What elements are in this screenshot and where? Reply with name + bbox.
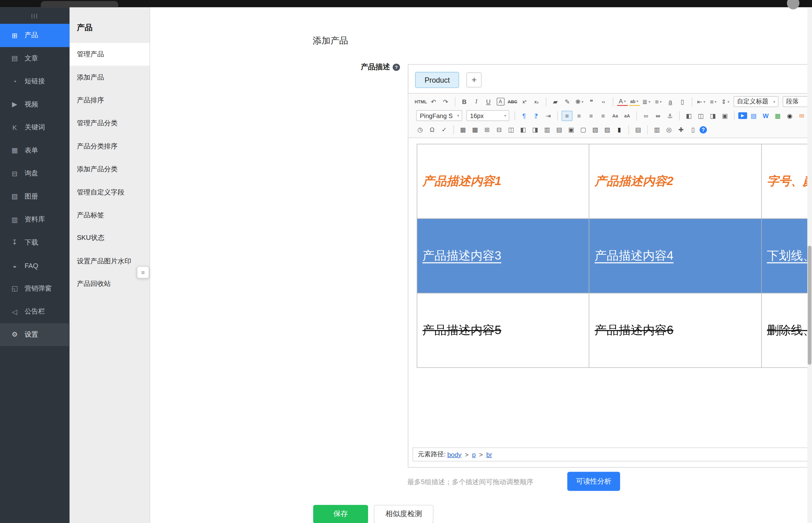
rtl-paragraph-icon[interactable]: ¶ bbox=[531, 111, 542, 121]
merge-down-icon[interactable]: ▤ bbox=[554, 124, 565, 135]
insert-column-icon[interactable]: ◫ bbox=[506, 124, 517, 135]
sidebar-item-5[interactable]: K关键词 bbox=[0, 116, 70, 139]
auto-typeset-icon[interactable]: ❋▾ bbox=[574, 96, 585, 107]
table-border-icon[interactable]: ▨ bbox=[602, 124, 613, 135]
submenu-item-7[interactable]: 管理自定义字段 bbox=[70, 181, 150, 203]
split-cell-icon[interactable]: ▣ bbox=[566, 124, 576, 135]
description-table-cell[interactable]: 下划线、背景色 bbox=[761, 219, 812, 293]
source-html-icon[interactable]: HTML bbox=[414, 96, 427, 107]
sort-table-icon[interactable]: ▮ bbox=[614, 124, 625, 135]
sidebar-item-11[interactable]: ◒FAQ bbox=[0, 254, 70, 277]
image-center-icon[interactable]: ◫ bbox=[695, 111, 706, 121]
submenu-collapse-handle[interactable]: ≡ bbox=[137, 267, 149, 278]
element-path-link[interactable]: br bbox=[486, 451, 492, 458]
paste-icon[interactable]: ▯ bbox=[688, 124, 698, 135]
editor-content-area[interactable]: 产品描述内容1产品描述内容2字号、颜色、加粗、斜体产品描述内容3产品描述内容4下… bbox=[408, 138, 812, 428]
to-uppercase-icon[interactable]: Aa bbox=[610, 111, 621, 121]
align-justify-icon[interactable]: ≡ bbox=[598, 111, 608, 121]
custom-heading-select[interactable]: 自定义标题▾ bbox=[733, 96, 778, 107]
attachment-icon[interactable]: ▤ bbox=[748, 111, 759, 121]
spell-check-icon[interactable]: ✓ bbox=[438, 124, 450, 135]
help-icon[interactable]: ? bbox=[393, 64, 400, 71]
delete-column-icon[interactable]: ◧ bbox=[518, 124, 529, 135]
submenu-item-8[interactable]: 产品标签 bbox=[70, 203, 150, 227]
description-table-cell[interactable]: 删除线、行间距 bbox=[761, 293, 812, 368]
sidebar-item-4[interactable]: ▶视频 bbox=[0, 93, 70, 116]
strikethrough-icon[interactable]: ABC bbox=[507, 96, 518, 107]
description-table-cell[interactable]: 产品描述内容5 bbox=[417, 293, 589, 368]
scrollbar-thumb[interactable] bbox=[808, 246, 812, 365]
print-icon[interactable]: ▥ bbox=[652, 124, 662, 135]
align-left-icon[interactable]: ≡ bbox=[562, 111, 572, 121]
unordered-list-icon[interactable]: ≡▾ bbox=[653, 96, 664, 107]
undo-icon[interactable]: ↶ bbox=[428, 96, 439, 107]
editor-tab-product[interactable]: Product bbox=[415, 72, 459, 88]
superscript-icon[interactable]: x² bbox=[519, 96, 530, 107]
image-inline-icon[interactable]: ▣ bbox=[720, 111, 730, 121]
add-description-tab-button[interactable]: + bbox=[467, 72, 482, 87]
align-center-icon[interactable]: ≡ bbox=[573, 111, 584, 121]
save-button[interactable]: 保存 bbox=[313, 505, 368, 523]
search-replace-icon[interactable]: ✚ bbox=[676, 124, 687, 135]
similarity-check-button[interactable]: 相似度检测 bbox=[374, 505, 433, 523]
submenu-item-9[interactable]: SKU状态 bbox=[70, 227, 150, 250]
blockquote-icon[interactable]: ❝ bbox=[586, 96, 597, 107]
description-table-cell[interactable]: 产品描述内容3 bbox=[417, 219, 589, 293]
sidebar-item-9[interactable]: ▥资料库 bbox=[0, 208, 70, 231]
submenu-item-2[interactable]: 添加产品 bbox=[70, 66, 150, 89]
sidebar-item-2[interactable]: ▤文章 bbox=[0, 47, 70, 70]
word-image-icon[interactable]: W bbox=[760, 111, 771, 121]
element-path-link[interactable]: body bbox=[447, 451, 462, 458]
insert-image-icon[interactable]: ▦ bbox=[772, 111, 783, 121]
subscript-icon[interactable]: x₂ bbox=[531, 96, 542, 107]
merge-right-icon[interactable]: ▥ bbox=[542, 124, 553, 135]
element-path-link[interactable]: p bbox=[472, 451, 476, 458]
description-table-cell[interactable]: 产品描述内容2 bbox=[589, 144, 761, 219]
submenu-item-4[interactable]: 管理产品分类 bbox=[70, 112, 150, 135]
scene-mail-icon[interactable]: ✉ bbox=[796, 111, 807, 121]
image-float-left-icon[interactable]: ◧ bbox=[684, 111, 694, 121]
ltr-paragraph-icon[interactable]: ¶ bbox=[519, 111, 530, 121]
insert-video-icon[interactable]: ▶ bbox=[738, 112, 747, 119]
underline-icon[interactable]: U bbox=[483, 96, 494, 107]
description-table-cell[interactable]: 产品描述内容6 bbox=[589, 293, 761, 368]
preview-icon[interactable]: ◎ bbox=[663, 124, 674, 135]
sidebar-item-3[interactable]: ◔短链接 bbox=[0, 70, 70, 93]
indent-dropdown-icon[interactable]: ⇤▾ bbox=[696, 96, 707, 107]
format-painter-icon[interactable]: ✎ bbox=[562, 96, 573, 107]
merge-cells-icon[interactable]: ◨ bbox=[530, 124, 540, 135]
insert-time-icon[interactable]: ◷ bbox=[414, 124, 426, 135]
line-height-dropdown-icon[interactable]: ⇕▾ bbox=[720, 96, 731, 107]
browser-tab[interactable] bbox=[41, 1, 118, 7]
sidebar-item-8[interactable]: ▧图册 bbox=[0, 185, 70, 208]
sidebar-item-6[interactable]: ▦表单 bbox=[0, 139, 70, 162]
indent-icon[interactable]: ⇥ bbox=[543, 111, 554, 121]
to-lowercase-icon[interactable]: aA bbox=[622, 111, 633, 121]
sidebar-item-1[interactable]: ⊞产品 bbox=[0, 24, 70, 47]
sidebar-item-12[interactable]: ◱营销弹窗 bbox=[0, 277, 70, 300]
bold-icon[interactable]: B bbox=[459, 96, 470, 107]
background-image-icon[interactable]: ▤ bbox=[633, 124, 644, 135]
font-color-icon[interactable]: A▾ bbox=[617, 97, 628, 106]
image-float-right-icon[interactable]: ◨ bbox=[707, 111, 718, 121]
page-scrollbar[interactable] bbox=[807, 7, 812, 523]
delete-row-icon[interactable]: ⊟ bbox=[494, 124, 504, 135]
font-size-select[interactable]: 16px▾ bbox=[467, 110, 509, 121]
submenu-item-3[interactable]: 产品排序 bbox=[70, 89, 150, 112]
insert-table-icon[interactable]: ▦ bbox=[457, 124, 468, 135]
auto-link-icon[interactable]: a bbox=[665, 96, 676, 107]
split-row-icon[interactable]: ▢ bbox=[578, 124, 589, 135]
collapse-sidebar-button[interactable]: ||| bbox=[0, 7, 70, 24]
submenu-item-1[interactable]: 管理产品 bbox=[70, 43, 150, 66]
redo-icon[interactable]: ↷ bbox=[440, 96, 451, 107]
description-table-cell[interactable]: 产品描述内容1 bbox=[417, 144, 589, 219]
paper-icon[interactable]: ▯ bbox=[677, 96, 688, 107]
sidebar-item-10[interactable]: ↧下载 bbox=[0, 231, 70, 254]
unlink-icon[interactable]: ∞ bbox=[653, 111, 663, 121]
align-right-icon[interactable]: ≡ bbox=[586, 111, 597, 121]
insert-code-icon[interactable]: ‹› bbox=[598, 96, 609, 107]
screenshot-icon[interactable]: ◉ bbox=[784, 111, 795, 121]
help-icon[interactable]: ? bbox=[699, 126, 707, 133]
font-border-icon[interactable]: A bbox=[497, 98, 504, 106]
submenu-item-5[interactable]: 产品分类排序 bbox=[70, 135, 150, 158]
